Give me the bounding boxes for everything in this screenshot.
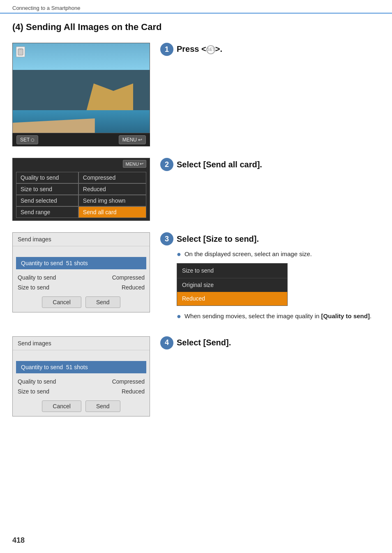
menu-table: Quality to send Compressed Size to send … xyxy=(16,172,146,218)
send-dialog-2-row1: Quality to send Compressed xyxy=(13,377,150,386)
step-3-bullet2: ● When sending movies, select the image … xyxy=(177,312,380,321)
set-button[interactable]: SET ⬡ xyxy=(16,135,38,144)
step-3-header: 3 Select [Size to send]. xyxy=(160,232,380,245)
svg-rect-1 xyxy=(19,48,20,50)
send-dialog-1-qty: Quantity to send 51 shots xyxy=(16,257,146,269)
menu-top-bar: MENU ↩ xyxy=(13,158,150,169)
send-selected-label[interactable]: Send selected xyxy=(16,195,78,206)
step-1-number: 1 xyxy=(160,43,173,56)
table-row: Size to send Reduced xyxy=(16,183,146,195)
set-label: SET xyxy=(20,137,30,143)
top-bar: Connecting to a Smartphone xyxy=(0,0,392,14)
menu-screen: MENU ↩ Quality to send Compressed Size t… xyxy=(12,158,150,221)
table-row: Send range Send all card xyxy=(16,206,146,218)
size-send-value: Reduced xyxy=(78,183,146,195)
set-icon: ⬡ xyxy=(31,138,35,142)
size-popup-original[interactable]: Original size xyxy=(177,278,287,292)
step-4-number: 4 xyxy=(160,336,173,349)
main-content: (4) Sending All Images on the Card xyxy=(0,14,392,440)
send-dialog-2-qty: Quantity to send 51 shots xyxy=(16,361,146,373)
size-send-label: Size to send xyxy=(16,183,78,195)
send-dialog-1-row2: Size to send Reduced xyxy=(13,282,150,292)
step-1-header: 1 Press <SET>. xyxy=(160,43,380,56)
send-dialog-1: Send images Quantity to send 51 shots Qu… xyxy=(12,232,150,312)
menu-top-arrow: ↩ xyxy=(140,161,143,167)
menu-top-label: MENU xyxy=(126,162,139,167)
bullet-dot-2: ● xyxy=(177,312,181,321)
camera-bottom-bar: SET ⬡ MENU ↩ xyxy=(12,133,150,146)
table-row: Send selected Send img shown xyxy=(16,195,146,206)
menu-top-button[interactable]: MENU ↩ xyxy=(123,160,146,168)
sky-bg xyxy=(13,43,150,70)
menu-arrow-icon: ↩ xyxy=(138,137,142,143)
page-number: 418 xyxy=(12,536,25,545)
svg-rect-2 xyxy=(21,48,22,50)
size-value-2: Reduced xyxy=(122,388,145,395)
step-2-left: MENU ↩ Quality to send Compressed Size t… xyxy=(12,158,152,221)
section-title: (4) Sending All Images on the Card xyxy=(12,22,380,32)
step-3-title: Select [Size to send]. xyxy=(177,234,259,244)
quality-label-1: Quality to send xyxy=(18,274,56,281)
step-2-number: 2 xyxy=(160,158,173,171)
step-3-right: 3 Select [Size to send]. ● On the displa… xyxy=(160,232,380,325)
send-img-shown-label[interactable]: Send img shown xyxy=(78,195,146,206)
set-circle-icon: SET xyxy=(206,45,215,54)
card-icon xyxy=(16,46,25,57)
step-3-bullet1: ● On the displayed screen, select an ima… xyxy=(177,250,380,259)
size-popup-title: Size to send xyxy=(177,264,287,278)
send-dialog-1-buttons: Cancel Send xyxy=(13,292,150,312)
step-1-left: SET ⬡ MENU ↩ xyxy=(12,43,152,146)
table-row: Quality to send Compressed xyxy=(16,172,146,183)
step-4-row: Send images Quantity to send 51 shots Qu… xyxy=(12,336,380,416)
bullet-dot-1: ● xyxy=(177,250,181,259)
size-label-2: Size to send xyxy=(18,388,49,395)
step-3-bullet2-text: When sending movies, select the image qu… xyxy=(184,312,371,321)
menu-label: MENU xyxy=(122,137,137,143)
cancel-button-2[interactable]: Cancel xyxy=(42,400,81,412)
step-2-row: MENU ↩ Quality to send Compressed Size t… xyxy=(12,158,380,221)
send-dialog-1-row1: Quality to send Compressed xyxy=(13,273,150,282)
step-2-right: 2 Select [Send all card]. xyxy=(160,158,380,175)
send-dialog-1-title: Send images xyxy=(13,233,150,246)
quality-value-1: Compressed xyxy=(112,274,145,281)
step-3-number: 3 xyxy=(160,232,173,245)
size-popup-reduced[interactable]: Reduced xyxy=(177,292,287,305)
step-4-header: 4 Select [Send]. xyxy=(160,336,380,349)
step-2-title: Select [Send all card]. xyxy=(177,160,262,169)
step-4-title: Select [Send]. xyxy=(177,338,231,347)
step-4-right: 4 Select [Send]. xyxy=(160,336,380,354)
send-button-1[interactable]: Send xyxy=(85,296,120,308)
size-value-1: Reduced xyxy=(122,284,145,291)
step-1-title: Press <SET>. xyxy=(177,44,222,54)
quality-value-2: Compressed xyxy=(112,378,145,385)
size-popup: Size to send Original size Reduced xyxy=(177,263,288,306)
send-dialog-2: Send images Quantity to send 51 shots Qu… xyxy=(12,336,150,416)
send-dialog-2-buttons: Cancel Send xyxy=(13,396,150,416)
step-3-bullet1-text: On the displayed screen, select an image… xyxy=(184,250,312,259)
step-3-body: ● On the displayed screen, select an ima… xyxy=(160,250,380,322)
send-button-2[interactable]: Send xyxy=(85,400,120,412)
cancel-button-1[interactable]: Cancel xyxy=(42,296,81,308)
quality-send-value: Compressed xyxy=(78,172,146,183)
svg-rect-0 xyxy=(18,49,23,55)
quality-send-label: Quality to send xyxy=(16,172,78,183)
step-3-left: Send images Quantity to send 51 shots Qu… xyxy=(12,232,152,312)
send-all-card-label[interactable]: Send all card xyxy=(78,206,146,218)
breadcrumb: Connecting to a Smartphone xyxy=(12,5,81,11)
step-2-header: 2 Select [Send all card]. xyxy=(160,158,380,171)
send-range-label[interactable]: Send range xyxy=(16,206,78,218)
step-1-right: 1 Press <SET>. xyxy=(160,43,380,60)
step-3-row: Send images Quantity to send 51 shots Qu… xyxy=(12,232,380,325)
send-dialog-2-row2: Size to send Reduced xyxy=(13,386,150,396)
menu-button[interactable]: MENU ↩ xyxy=(119,135,146,144)
quality-label-2: Quality to send xyxy=(18,378,56,385)
step-1-row: SET ⬡ MENU ↩ 1 Press <SET>. xyxy=(12,43,380,146)
camera-screen xyxy=(12,43,150,133)
size-label-1: Size to send xyxy=(18,284,49,291)
step-4-left: Send images Quantity to send 51 shots Qu… xyxy=(12,336,152,416)
send-dialog-2-title: Send images xyxy=(13,337,150,350)
